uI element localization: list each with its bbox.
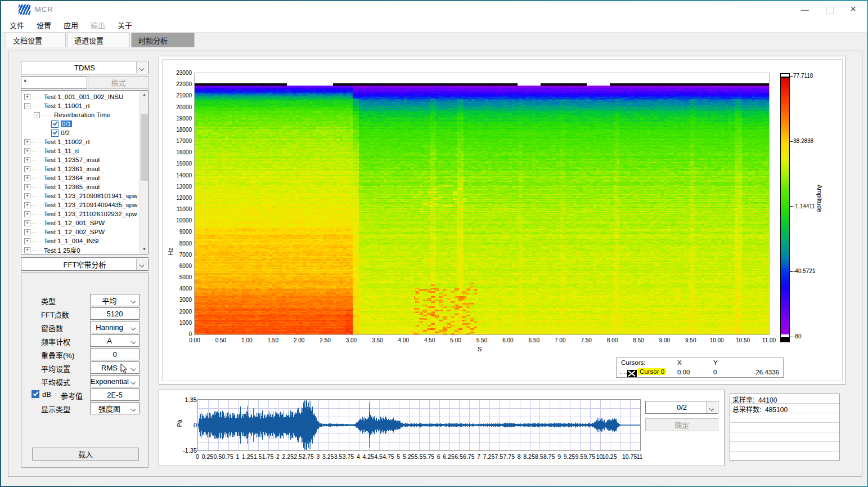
- scrollbar-thumb[interactable]: [141, 114, 148, 181]
- file-format-select[interactable]: TDMS: [21, 61, 149, 74]
- cursors-x-header: X: [677, 359, 682, 366]
- tree-scrollbar[interactable]: ▲ ▼: [140, 91, 148, 254]
- spectrogram-plot[interactable]: [194, 73, 770, 335]
- db-checkbox[interactable]: [32, 390, 39, 398]
- y-tick-label: 20000: [168, 104, 192, 110]
- expander-icon[interactable]: +: [24, 157, 30, 163]
- tree-item[interactable]: +Test 1_12361_insul: [21, 164, 148, 173]
- minimize-button[interactable]: [793, 1, 817, 18]
- close-button[interactable]: [842, 1, 867, 18]
- tree-item[interactable]: +Test 1 25度0: [21, 245, 148, 254]
- cursor-y-value: 0: [713, 369, 717, 376]
- field-select[interactable]: 平均: [90, 294, 140, 306]
- field-input[interactable]: 5120: [90, 307, 140, 320]
- colorbar-tick-label: 38.2838: [790, 138, 813, 144]
- x-tick-label: 0.00: [182, 337, 207, 343]
- expander-icon[interactable]: +: [24, 202, 30, 208]
- tree-item-label: 0/2: [61, 129, 70, 136]
- cursor-crosshair-icon[interactable]: [627, 370, 637, 377]
- expander-icon[interactable]: +: [24, 247, 30, 253]
- tab-0[interactable]: 文档设置: [6, 33, 66, 47]
- waveform-x-tick-label: 10.25: [598, 453, 620, 460]
- tree-item-label: Test 1_11_rt: [44, 148, 79, 154]
- load-button[interactable]: 载入: [32, 448, 139, 461]
- field-select[interactable]: RMS: [90, 361, 140, 374]
- checkbox[interactable]: [51, 120, 59, 128]
- x-tick-label: 1.00: [235, 337, 259, 343]
- tree-item[interactable]: +Test 1_12365_insul: [21, 182, 148, 191]
- form-row: dB参考值2E-5: [21, 388, 148, 402]
- field-label: 类型: [41, 296, 56, 306]
- field-label: 参考值: [61, 390, 83, 401]
- tree-item[interactable]: +Test 1_123_210914094435_spw: [21, 200, 148, 209]
- checkbox[interactable]: [51, 129, 59, 137]
- field-input[interactable]: 2E-5: [90, 388, 140, 401]
- tree-item-label: Test 1_12_001_SPW: [44, 220, 105, 226]
- tree-item[interactable]: +Test 1_1_004_INSI: [21, 236, 148, 245]
- info-row: [730, 442, 839, 452]
- cursors-header: Cursors:: [621, 359, 645, 366]
- x-tick-label: 10.00: [704, 337, 729, 343]
- x-tick-label: 0.50: [208, 337, 233, 343]
- field-select[interactable]: Hanning: [90, 321, 140, 333]
- tree-item[interactable]: +Test 1_12_001_SPW: [21, 218, 148, 227]
- maximize-button[interactable]: [817, 1, 842, 18]
- tree-item[interactable]: 0/1: [21, 119, 148, 128]
- filter-input[interactable]: *: [21, 76, 87, 89]
- x-axis-label: S: [478, 346, 482, 352]
- waveform-plot[interactable]: [197, 399, 641, 451]
- analysis-settings-panel: 类型平均FFT点数5120窗函数Hanning频率计权A重叠率(%)0平均设置R…: [21, 272, 149, 468]
- tab-2[interactable]: 时频分析: [131, 33, 195, 47]
- confirm-button[interactable]: 确定: [645, 418, 718, 431]
- waveform-y-tick-label: 1.35: [172, 396, 197, 403]
- tree-item[interactable]: +Test 1_12357_insul: [21, 155, 148, 164]
- tree-item[interactable]: −Test 1_11001_rt: [21, 101, 148, 110]
- tree-item-label: Test 1_12_002_SPW: [44, 229, 105, 235]
- analysis-type-select[interactable]: FFT窄带分析: [21, 257, 149, 271]
- tree-item[interactable]: +Test 1_11002_rt: [21, 137, 148, 146]
- format-button[interactable]: 格式: [88, 76, 149, 89]
- tree-item-label: Test 1_123_211026102932_spw: [44, 211, 137, 217]
- tree-item[interactable]: −Reverberation Time: [21, 110, 148, 119]
- file-tree[interactable]: +Test 1_001_001_002_INSU−Test 1_11001_rt…: [21, 90, 149, 254]
- tree-item[interactable]: 0/2: [21, 128, 148, 137]
- expander-icon[interactable]: −: [24, 103, 30, 109]
- field-input[interactable]: 0: [90, 348, 140, 360]
- menu-item-3[interactable]: 输出: [84, 17, 111, 33]
- expander-icon[interactable]: +: [24, 229, 30, 235]
- expander-icon[interactable]: +: [24, 238, 30, 244]
- expander-icon[interactable]: +: [24, 193, 30, 199]
- expander-icon[interactable]: +: [24, 139, 30, 145]
- expander-icon[interactable]: +: [24, 94, 30, 100]
- tree-item[interactable]: +Test 1_11_rt: [21, 146, 148, 155]
- colorbar-tick-label: -80: [790, 333, 801, 339]
- expander-icon[interactable]: +: [24, 148, 30, 154]
- scroll-up-icon[interactable]: ▲: [140, 91, 149, 100]
- scroll-down-icon[interactable]: ▼: [140, 245, 149, 254]
- file-format-select-value: TDMS: [74, 64, 95, 72]
- field-select[interactable]: Exponential: [90, 375, 140, 387]
- expander-icon[interactable]: +: [24, 175, 30, 181]
- menu-item-0[interactable]: 文件: [3, 17, 30, 33]
- tree-item[interactable]: +Test 1_12_002_SPW: [21, 227, 148, 236]
- tab-1[interactable]: 通道设置: [67, 33, 130, 47]
- field-select[interactable]: 强度图: [90, 402, 140, 414]
- menu-item-1[interactable]: 设置: [30, 17, 57, 33]
- menu-item-2[interactable]: 应用: [57, 17, 84, 33]
- tree-item-label: Test 1_11001_rt: [44, 102, 90, 109]
- tree-item[interactable]: +Test 1_123_210908101941_spw: [21, 191, 148, 200]
- tree-item[interactable]: +Test 1_001_001_002_INSU: [21, 92, 148, 101]
- tree-item[interactable]: +Test 1_12364_insul: [21, 173, 148, 182]
- channel-select[interactable]: 0/2: [645, 401, 718, 414]
- field-select[interactable]: A: [90, 334, 140, 347]
- expander-icon[interactable]: +: [24, 184, 30, 190]
- expander-icon[interactable]: +: [24, 211, 30, 217]
- cursor-name[interactable]: Cursor 0: [638, 368, 666, 375]
- expander-icon[interactable]: −: [34, 112, 40, 118]
- menu-item-4[interactable]: 关于: [111, 17, 138, 33]
- info-label: 采样率:: [732, 396, 754, 404]
- info-value: 485100: [761, 406, 788, 414]
- expander-icon[interactable]: +: [24, 220, 30, 226]
- expander-icon[interactable]: +: [24, 166, 30, 172]
- tree-item[interactable]: +Test 1_123_211026102932_spw: [21, 209, 148, 218]
